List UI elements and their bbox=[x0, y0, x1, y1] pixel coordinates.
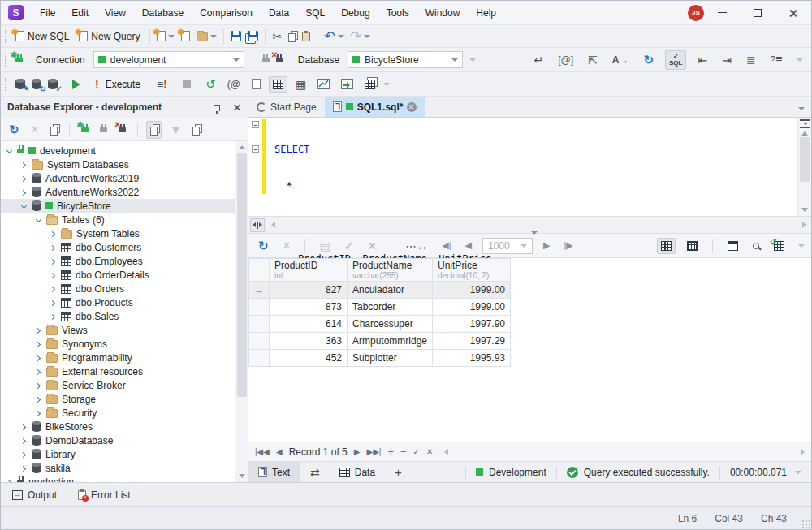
grid-row[interactable]: → 827 Anculadator 1999.00 bbox=[249, 282, 511, 299]
scroll-right-icon[interactable] bbox=[801, 449, 805, 455]
dropdown-arrow-icon[interactable] bbox=[469, 58, 476, 62]
query-history-button[interactable]: ↺ bbox=[202, 75, 219, 93]
menu-data[interactable]: Data bbox=[261, 3, 297, 23]
copy-button[interactable] bbox=[285, 28, 299, 45]
cell[interactable]: Subplotter bbox=[348, 350, 433, 367]
chevron-right-icon[interactable] bbox=[20, 437, 27, 444]
scroll-left-icon[interactable] bbox=[271, 222, 275, 228]
refresh-results-button[interactable]: ↻ bbox=[255, 237, 272, 254]
chevron-down-icon[interactable] bbox=[35, 217, 41, 223]
toolbar-grip[interactable] bbox=[5, 78, 8, 91]
go-to-line-button[interactable]: ↵ bbox=[530, 52, 546, 68]
dropdown-arrow-icon[interactable] bbox=[210, 35, 217, 38]
comment-button[interactable]: ?≣ bbox=[767, 53, 786, 67]
prev-record-icon[interactable]: ◀ bbox=[276, 447, 283, 456]
filter-history-button[interactable] bbox=[189, 122, 203, 138]
tree-item-system-tables[interactable]: System Tables bbox=[1, 226, 235, 240]
dropdown-arrow-icon[interactable] bbox=[168, 35, 175, 38]
cancel-edit-icon[interactable]: ✕ bbox=[426, 447, 433, 456]
scroll-up-icon[interactable] bbox=[239, 145, 245, 149]
toolbar-overflow-icon[interactable] bbox=[383, 83, 390, 86]
row-selector-header[interactable] bbox=[249, 259, 270, 282]
tree-item-views[interactable]: Views bbox=[1, 323, 235, 337]
change-connection-button[interactable]: ↻ bbox=[28, 76, 45, 92]
scroll-down-icon[interactable] bbox=[801, 208, 808, 212]
cell[interactable]: 1999.00 bbox=[433, 299, 511, 316]
dropdown-arrow-icon[interactable] bbox=[795, 471, 801, 474]
new-connection-button[interactable]: ✱ bbox=[12, 52, 26, 67]
open-file-button[interactable] bbox=[193, 28, 220, 44]
chevron-right-icon[interactable] bbox=[20, 424, 27, 430]
redo-button[interactable]: ↷ bbox=[348, 28, 374, 45]
chevron-right-icon[interactable] bbox=[35, 355, 41, 361]
edit-connection-button[interactable]: ✎ bbox=[12, 76, 28, 92]
database-combobox[interactable]: BicycleStore bbox=[348, 51, 463, 68]
chevron-right-icon[interactable] bbox=[35, 368, 41, 375]
tree-item-dbo-employees[interactable]: dbo.Employees bbox=[1, 254, 235, 268]
close-tab-icon[interactable] bbox=[407, 102, 417, 112]
execute-script-button[interactable]: ≡! bbox=[153, 76, 170, 93]
cell[interactable]: Charcessuper bbox=[348, 316, 433, 333]
resize-grip[interactable] bbox=[801, 519, 810, 528]
tree-item-bikestores[interactable]: BikeStores bbox=[1, 420, 235, 433]
new-document-button[interactable]: ✱ bbox=[153, 28, 178, 44]
tree-item-development[interactable]: development bbox=[1, 144, 235, 157]
chevron-right-icon[interactable] bbox=[35, 382, 41, 389]
query-duration[interactable]: 00:00:00.071 bbox=[719, 466, 811, 479]
tree-item-dbo-customers[interactable]: dbo.Customers bbox=[1, 240, 235, 254]
show-documents-button[interactable] bbox=[146, 121, 162, 139]
code-area[interactable]: SELECT * FROM (SELECT TOP 5 ProductID, P… bbox=[266, 118, 797, 216]
new-sql-button[interactable]: ✱ New SQL bbox=[12, 28, 76, 45]
chevron-right-icon[interactable] bbox=[20, 465, 27, 472]
save-all-button[interactable] bbox=[244, 28, 261, 44]
scroll-down-icon[interactable] bbox=[239, 474, 245, 478]
new-file-button[interactable]: ✱ bbox=[178, 28, 193, 44]
toolbar-grip[interactable] bbox=[5, 54, 8, 67]
close-button[interactable] bbox=[775, 1, 811, 24]
chevron-right-icon[interactable] bbox=[50, 258, 56, 265]
tab-start-page[interactable]: Start Page bbox=[248, 97, 325, 117]
filter-button[interactable]: ▼ bbox=[166, 122, 184, 138]
cell[interactable]: 452 bbox=[270, 350, 348, 367]
duplicate-window-button[interactable] bbox=[47, 122, 61, 138]
new-connection-button[interactable]: ✱ bbox=[78, 122, 92, 137]
validate-connection-button[interactable]: ✓ bbox=[45, 76, 61, 92]
tree-item-service-broker[interactable]: Service Broker bbox=[1, 378, 235, 392]
tree-item-security[interactable]: Security bbox=[1, 406, 235, 420]
connect-button[interactable] bbox=[97, 122, 110, 137]
scroll-thumb[interactable] bbox=[800, 137, 810, 182]
chevron-right-icon[interactable] bbox=[35, 327, 41, 334]
refresh-suggestions-button[interactable]: ↻ bbox=[640, 51, 657, 68]
tree-item-library[interactable]: Library bbox=[1, 447, 235, 461]
menu-comparison[interactable]: Comparison bbox=[192, 3, 261, 23]
tab-text[interactable]: Text bbox=[248, 462, 300, 483]
scroll-up-icon[interactable] bbox=[801, 131, 808, 136]
tree-scrollbar[interactable] bbox=[235, 141, 248, 482]
cell[interactable]: 614 bbox=[270, 316, 348, 333]
collapse-results-icon[interactable] bbox=[530, 231, 538, 235]
chevron-right-icon[interactable] bbox=[20, 162, 27, 168]
fold-collapse-icon[interactable] bbox=[252, 121, 259, 128]
chevron-right-icon[interactable] bbox=[50, 299, 56, 306]
chevron-right-icon[interactable] bbox=[50, 313, 56, 320]
maximize-button[interactable] bbox=[740, 1, 775, 24]
grid-row[interactable]: 363 Armputommridge 1997.29 bbox=[249, 333, 511, 350]
tree-item-external-resources[interactable]: External resources bbox=[1, 364, 235, 378]
tree-item-dbo-sales[interactable]: dbo.Sales bbox=[1, 309, 235, 323]
tab-data[interactable]: Data bbox=[330, 462, 385, 483]
tree-item-adventureworks2022[interactable]: AdventureWorks2022 bbox=[1, 185, 235, 199]
menu-debug[interactable]: Debug bbox=[333, 3, 378, 23]
menu-view[interactable]: View bbox=[97, 3, 134, 23]
disconnect-button[interactable]: ✕ bbox=[273, 52, 287, 67]
editor-results-splitter[interactable] bbox=[248, 216, 811, 233]
paste-button[interactable] bbox=[299, 29, 313, 44]
tree-item-storage[interactable]: Storage bbox=[1, 392, 235, 406]
disconnect-button[interactable]: ✕ bbox=[115, 122, 129, 137]
menu-sql[interactable]: SQL bbox=[297, 3, 333, 23]
rename-button[interactable]: ⇱ bbox=[585, 52, 601, 68]
editor-split-handle[interactable] bbox=[800, 119, 810, 128]
chart-button[interactable] bbox=[314, 76, 333, 92]
cell[interactable]: 1997.90 bbox=[433, 316, 511, 333]
chevron-right-icon[interactable] bbox=[50, 272, 56, 278]
cell[interactable]: 1999.00 bbox=[433, 282, 511, 299]
